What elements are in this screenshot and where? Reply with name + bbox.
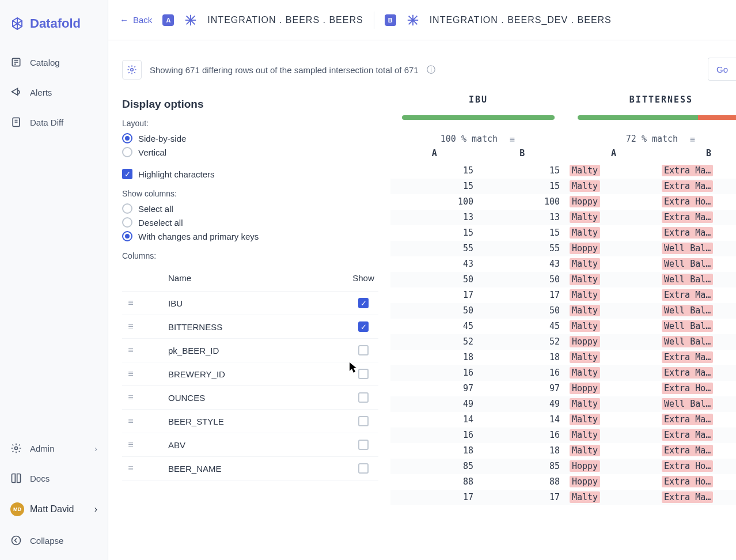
table-row[interactable]: MaltyExtra Ma… — [566, 443, 736, 459]
option-select-all[interactable]: Select all — [122, 202, 378, 215]
sidebar-item-docs[interactable]: Docs — [0, 463, 108, 493]
radio-icon[interactable] — [122, 203, 132, 214]
table-row[interactable]: HoppyWell Bal… — [566, 241, 736, 256]
column-row[interactable]: ≡BREWERY_ID — [122, 362, 378, 386]
highlight-characters[interactable]: Highlight characters — [122, 167, 378, 181]
checkbox-icon[interactable] — [122, 169, 132, 179]
drag-icon[interactable]: ≡ — [126, 392, 136, 403]
table-row[interactable]: 4545 — [390, 319, 566, 334]
table-row[interactable]: MaltyWell Bal… — [566, 272, 736, 287]
sidebar-item-catalog[interactable]: Catalog — [0, 47, 108, 77]
table-row[interactable]: 8585 — [390, 459, 566, 474]
radio-icon[interactable] — [122, 217, 132, 228]
table-row[interactable]: 1414 — [390, 412, 566, 427]
logo[interactable]: Datafold — [0, 0, 108, 43]
show-checkbox[interactable] — [358, 463, 369, 474]
table-row[interactable]: MaltyExtra Ma… — [566, 179, 736, 194]
table-row[interactable]: 1616 — [390, 427, 566, 443]
cell-a: Malty — [566, 211, 658, 223]
show-checkbox[interactable] — [358, 369, 369, 379]
show-checkbox[interactable] — [358, 416, 369, 426]
table-row[interactable]: MaltyExtra Ma… — [566, 287, 736, 303]
info-icon[interactable]: ⓘ — [427, 65, 435, 75]
sidebar-item-alerts[interactable]: Alerts — [0, 77, 108, 107]
table-row[interactable]: MaltyWell Bal… — [566, 256, 736, 272]
table-row[interactable]: 1818 — [390, 350, 566, 365]
table-row[interactable]: 1515 — [390, 163, 566, 179]
drag-icon[interactable]: ≡ — [126, 416, 136, 426]
column-row[interactable]: ≡IBU — [122, 292, 378, 315]
back-button[interactable]: ← Back — [120, 15, 152, 25]
show-checkbox[interactable] — [358, 440, 369, 450]
table-row[interactable]: HoppyExtra Ho… — [566, 381, 736, 396]
table-row[interactable]: MaltyExtra Ma… — [566, 225, 736, 241]
snowflake-icon — [407, 14, 419, 27]
table-row[interactable]: 5050 — [390, 272, 566, 287]
table-row[interactable]: HoppyWell Bal… — [566, 334, 736, 350]
column-row[interactable]: ≡BEER_STYLE — [122, 410, 378, 433]
column-row[interactable]: ≡OUNCES — [122, 386, 378, 410]
table-row[interactable]: MaltyExtra Ma… — [566, 427, 736, 443]
drag-icon[interactable]: ≡ — [126, 298, 136, 308]
table-row[interactable]: 100100 — [390, 194, 566, 210]
layout-side-by-side[interactable]: Side-by-side — [122, 131, 378, 145]
table-row[interactable]: 5050 — [390, 303, 566, 319]
table-row[interactable]: 1717 — [390, 490, 566, 505]
table-row[interactable]: 4343 — [390, 256, 566, 272]
table-row[interactable]: 1717 — [390, 287, 566, 303]
drag-icon[interactable]: ≡ — [126, 440, 136, 450]
table-row[interactable]: MaltyExtra Ma… — [566, 365, 736, 381]
table-row[interactable]: HoppyExtra Ho… — [566, 459, 736, 474]
drag-icon[interactable]: ≡ — [126, 463, 136, 474]
gear-icon[interactable] — [122, 60, 142, 80]
menu-icon[interactable]: ≡ — [508, 134, 516, 145]
option-deselect-all[interactable]: Deselect all — [122, 215, 378, 229]
svg-point-8 — [12, 536, 21, 545]
table-row[interactable]: 8888 — [390, 474, 566, 490]
table-row[interactable]: MaltyExtra Ma… — [566, 210, 736, 225]
radio-icon[interactable] — [122, 147, 132, 157]
table-row[interactable]: HoppyExtra Ho… — [566, 474, 736, 490]
cell-a: 85 — [390, 461, 477, 471]
drag-icon[interactable]: ≡ — [126, 369, 136, 379]
drag-icon[interactable]: ≡ — [126, 345, 136, 355]
table-row[interactable]: 1515 — [390, 225, 566, 241]
menu-icon[interactable]: ≡ — [688, 134, 696, 145]
table-row[interactable]: MaltyWell Bal… — [566, 396, 736, 412]
table-row[interactable]: 5252 — [390, 334, 566, 350]
show-checkbox[interactable] — [358, 321, 369, 332]
sidebar-item-data-diff[interactable]: Data Diff — [0, 107, 108, 137]
column-title: IBU — [390, 91, 566, 115]
sidebar-item-admin[interactable]: Admin › — [0, 433, 108, 463]
go-button[interactable]: Go — [708, 58, 736, 81]
layout-vertical[interactable]: Vertical — [122, 145, 378, 159]
table-row[interactable]: MaltyWell Bal… — [566, 303, 736, 319]
column-row[interactable]: ≡BITTERNESS — [122, 315, 378, 339]
show-checkbox[interactable] — [358, 345, 369, 355]
radio-icon[interactable] — [122, 231, 132, 241]
column-row[interactable]: ≡ABV — [122, 433, 378, 457]
sidebar-collapse-button[interactable]: Collapse — [0, 525, 108, 560]
table-row[interactable]: MaltyExtra Ma… — [566, 490, 736, 505]
drag-icon[interactable]: ≡ — [126, 321, 136, 332]
table-row[interactable]: 4949 — [390, 396, 566, 412]
table-row[interactable]: 1616 — [390, 365, 566, 381]
table-row[interactable]: 1515 — [390, 179, 566, 194]
column-row[interactable]: ≡pk_BEER_ID — [122, 339, 378, 362]
table-row[interactable]: MaltyExtra Ma… — [566, 350, 736, 365]
table-row[interactable]: 9797 — [390, 381, 566, 396]
radio-icon[interactable] — [122, 133, 132, 143]
option-with-changes[interactable]: With changes and primary keys — [122, 229, 378, 243]
ab-header: A B — [390, 148, 566, 158]
table-row[interactable]: 5555 — [390, 241, 566, 256]
table-row[interactable]: 1818 — [390, 443, 566, 459]
show-checkbox[interactable] — [358, 392, 369, 403]
table-row[interactable]: HoppyExtra Ho… — [566, 194, 736, 210]
table-row[interactable]: 1313 — [390, 210, 566, 225]
column-row[interactable]: ≡BEER_NAME — [122, 457, 378, 480]
show-checkbox[interactable] — [358, 298, 369, 308]
table-row[interactable]: MaltyExtra Ma… — [566, 412, 736, 427]
table-row[interactable]: MaltyExtra Ma… — [566, 163, 736, 179]
sidebar-item-user[interactable]: MD Matt David › — [0, 493, 108, 525]
table-row[interactable]: MaltyWell Bal… — [566, 319, 736, 334]
